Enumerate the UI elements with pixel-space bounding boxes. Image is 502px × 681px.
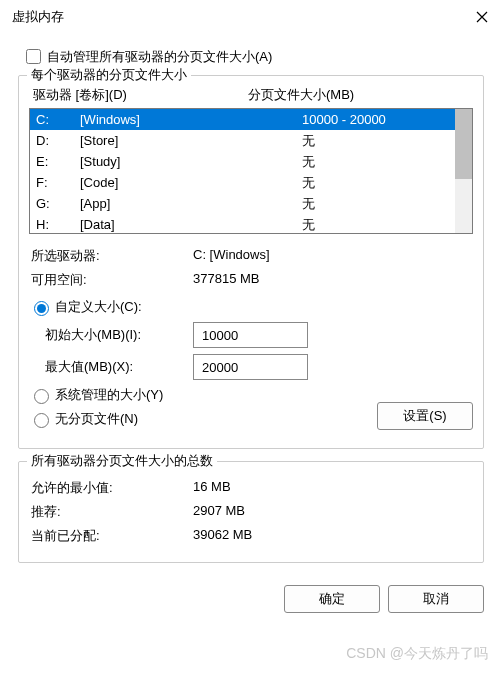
- drive-letter: D:: [36, 131, 80, 150]
- drive-letter: C:: [36, 110, 80, 129]
- per-drive-group-title: 每个驱动器的分页文件大小: [27, 66, 191, 84]
- drive-label: [App]: [80, 194, 250, 213]
- drive-letter: G:: [36, 194, 80, 213]
- drive-label: [Study]: [80, 152, 250, 171]
- custom-size-input[interactable]: [34, 301, 49, 316]
- drive-size: 无: [250, 152, 449, 171]
- drive-row[interactable]: H:[Data]无: [30, 214, 455, 233]
- drive-row[interactable]: D:[Store]无: [30, 130, 455, 151]
- title-bar: 虚拟内存: [0, 0, 502, 34]
- header-drive: 驱动器 [卷标](D): [33, 86, 248, 104]
- drive-row[interactable]: E:[Study]无: [30, 151, 455, 172]
- no-paging-input[interactable]: [34, 413, 49, 428]
- drive-list-header: 驱动器 [卷标](D) 分页文件大小(MB): [29, 86, 473, 108]
- selected-drive-value: C: [Windows]: [193, 247, 471, 265]
- totals-group-title: 所有驱动器分页文件大小的总数: [27, 452, 217, 470]
- recommended-label: 推荐:: [31, 503, 193, 521]
- auto-manage-label: 自动管理所有驱动器的分页文件大小(A): [47, 48, 272, 66]
- scrollbar[interactable]: [455, 109, 472, 233]
- set-button[interactable]: 设置(S): [377, 402, 473, 430]
- drive-letter: H:: [36, 215, 80, 233]
- window-title: 虚拟内存: [12, 8, 64, 26]
- min-allowed-value: 16 MB: [193, 479, 471, 497]
- drive-label: [Data]: [80, 215, 250, 233]
- drive-row[interactable]: C:[Windows]10000 - 20000: [30, 109, 455, 130]
- initial-size-label: 初始大小(MB)(I):: [45, 326, 193, 344]
- custom-size-label: 自定义大小(C):: [55, 298, 142, 316]
- auto-manage-checkbox[interactable]: 自动管理所有驱动器的分页文件大小(A): [22, 46, 480, 67]
- cancel-button[interactable]: 取消: [388, 585, 484, 613]
- per-drive-group: 每个驱动器的分页文件大小 驱动器 [卷标](D) 分页文件大小(MB) C:[W…: [18, 75, 484, 449]
- dialog-footer: 确定 取消: [0, 575, 502, 627]
- scroll-thumb[interactable]: [455, 109, 472, 179]
- available-space-label: 可用空间:: [31, 271, 193, 289]
- selected-drive-label: 所选驱动器:: [31, 247, 193, 265]
- drive-letter: F:: [36, 173, 80, 192]
- drive-label: [Store]: [80, 131, 250, 150]
- recommended-value: 2907 MB: [193, 503, 471, 521]
- no-paging-label: 无分页文件(N): [55, 410, 138, 428]
- allocated-label: 当前已分配:: [31, 527, 193, 545]
- max-size-label: 最大值(MB)(X):: [45, 358, 193, 376]
- close-icon[interactable]: [474, 9, 490, 25]
- available-space-value: 377815 MB: [193, 271, 471, 289]
- drive-letter: E:: [36, 152, 80, 171]
- drive-list[interactable]: C:[Windows]10000 - 20000D:[Store]无E:[Stu…: [30, 109, 455, 233]
- drive-size: 10000 - 20000: [250, 110, 449, 129]
- header-size: 分页文件大小(MB): [248, 86, 469, 104]
- drive-row[interactable]: F:[Code]无: [30, 172, 455, 193]
- ok-button[interactable]: 确定: [284, 585, 380, 613]
- drive-label: [Windows]: [80, 110, 250, 129]
- auto-manage-input[interactable]: [26, 49, 41, 64]
- totals-group: 所有驱动器分页文件大小的总数 允许的最小值: 16 MB 推荐: 2907 MB…: [18, 461, 484, 563]
- drive-size: 无: [250, 131, 449, 150]
- initial-size-field[interactable]: [193, 322, 308, 348]
- drive-list-box: C:[Windows]10000 - 20000D:[Store]无E:[Stu…: [29, 108, 473, 234]
- max-size-field[interactable]: [193, 354, 308, 380]
- allocated-value: 39062 MB: [193, 527, 471, 545]
- drive-size: 无: [250, 194, 449, 213]
- system-size-label: 系统管理的大小(Y): [55, 386, 163, 404]
- drive-label: [Code]: [80, 173, 250, 192]
- drive-size: 无: [250, 173, 449, 192]
- watermark: CSDN @今天炼丹了吗: [346, 645, 488, 663]
- system-size-input[interactable]: [34, 389, 49, 404]
- drive-row[interactable]: G:[App]无: [30, 193, 455, 214]
- drive-size: 无: [250, 215, 449, 233]
- custom-size-radio[interactable]: 自定义大小(C):: [29, 298, 473, 316]
- min-allowed-label: 允许的最小值:: [31, 479, 193, 497]
